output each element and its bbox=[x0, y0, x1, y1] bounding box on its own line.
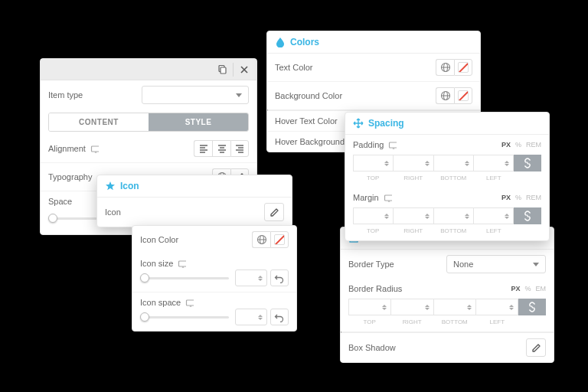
item-type-select[interactable] bbox=[142, 86, 249, 104]
desktop-icon bbox=[388, 141, 397, 149]
spacing-panel-title: Spacing bbox=[368, 118, 404, 129]
spacing-panel: Spacing Padding PX%REM TOPRIGHTBOTTOMLEF… bbox=[345, 112, 550, 241]
alignment-buttons bbox=[194, 140, 249, 157]
no-color-icon bbox=[458, 62, 469, 73]
radius-top-input[interactable] bbox=[348, 299, 391, 315]
icon-space-slider[interactable] bbox=[140, 310, 229, 324]
panel-titlebar bbox=[41, 59, 256, 80]
margin-link-button[interactable] bbox=[514, 207, 541, 224]
padding-left-input[interactable] bbox=[474, 155, 514, 172]
icon-color-globe-button[interactable] bbox=[252, 231, 270, 248]
background-color-globe-button[interactable] bbox=[436, 87, 454, 104]
icon-size-input[interactable] bbox=[235, 270, 267, 286]
desktop-icon bbox=[384, 194, 392, 202]
align-right-button[interactable] bbox=[230, 140, 249, 157]
desktop-icon bbox=[178, 260, 186, 268]
tab-content[interactable]: CONTENT bbox=[49, 113, 149, 131]
margin-right-input[interactable] bbox=[394, 207, 433, 224]
hover-text-color-label: Hover Text Color bbox=[275, 116, 338, 126]
margin-left-input[interactable] bbox=[474, 207, 514, 224]
padding-units[interactable]: PX%REM bbox=[501, 141, 541, 149]
icon-space-input[interactable] bbox=[235, 309, 267, 325]
align-center-button[interactable] bbox=[212, 140, 230, 157]
margin-label: Margin bbox=[353, 193, 379, 202]
colors-panel-title: Colors bbox=[290, 37, 319, 47]
border-radius-label: Border Radius bbox=[348, 284, 402, 293]
desktop-icon bbox=[90, 145, 99, 153]
text-color-swatch[interactable] bbox=[454, 59, 472, 76]
icon-details-panel: Icon Color Icon size Icon space bbox=[132, 225, 297, 332]
icon-space-label: Icon space bbox=[140, 298, 181, 307]
radius-link-button[interactable] bbox=[518, 299, 546, 315]
padding-bottom-input[interactable] bbox=[434, 155, 474, 172]
tab-style[interactable]: STYLE bbox=[149, 113, 248, 131]
close-button[interactable] bbox=[235, 61, 253, 78]
space-label: Space bbox=[48, 197, 72, 206]
icon-panel: Icon Icon bbox=[96, 175, 292, 227]
duplicate-button[interactable] bbox=[213, 61, 231, 78]
padding-top-input[interactable] bbox=[353, 155, 394, 172]
text-color-globe-button[interactable] bbox=[436, 59, 454, 76]
icon-label: Icon bbox=[105, 207, 121, 217]
padding-link-button[interactable] bbox=[514, 155, 541, 172]
icon-space-reset-button[interactable] bbox=[270, 309, 289, 325]
padding-right-input[interactable] bbox=[394, 155, 433, 172]
icon-size-label: Icon size bbox=[140, 259, 173, 268]
margin-bottom-input[interactable] bbox=[434, 207, 474, 224]
star-icon bbox=[105, 181, 116, 191]
box-shadow-edit-button[interactable] bbox=[526, 338, 546, 357]
padding-label: Padding bbox=[353, 140, 384, 149]
icon-panel-title: Icon bbox=[120, 181, 139, 191]
alignment-label: Alignment bbox=[48, 144, 86, 153]
no-color-icon bbox=[458, 90, 469, 101]
drop-icon bbox=[275, 37, 286, 47]
margin-inputs bbox=[345, 207, 549, 227]
background-color-label: Background Color bbox=[275, 91, 342, 100]
background-color-swatch[interactable] bbox=[454, 87, 472, 104]
text-color-label: Text Color bbox=[275, 63, 313, 72]
move-icon bbox=[353, 118, 364, 129]
box-shadow-label: Box Shadow bbox=[348, 343, 396, 352]
radius-right-input[interactable] bbox=[391, 299, 433, 315]
icon-size-slider[interactable] bbox=[140, 271, 229, 285]
border-type-label: Border Type bbox=[348, 260, 394, 269]
content-style-tabs: CONTENT STYLE bbox=[48, 113, 249, 132]
border-type-select[interactable]: None bbox=[446, 255, 546, 273]
radius-left-input[interactable] bbox=[476, 299, 518, 315]
typography-label: Typography bbox=[48, 172, 92, 181]
icon-color-swatch[interactable] bbox=[270, 231, 289, 248]
item-type-label: Item type bbox=[48, 90, 83, 100]
icon-color-label: Icon Color bbox=[140, 235, 178, 244]
icon-size-reset-button[interactable] bbox=[270, 270, 289, 286]
align-left-button[interactable] bbox=[194, 140, 212, 157]
icon-picker-button[interactable] bbox=[264, 203, 284, 221]
margin-units[interactable]: PX%REM bbox=[501, 194, 541, 201]
border-shadow-panel: Border and shadow Border Type None Borde… bbox=[340, 227, 554, 363]
radius-bottom-input[interactable] bbox=[434, 299, 476, 315]
no-color-icon bbox=[274, 234, 285, 245]
padding-inputs bbox=[345, 155, 549, 175]
border-radius-units[interactable]: PX%EM bbox=[511, 285, 546, 292]
border-radius-inputs bbox=[341, 299, 554, 318]
desktop-icon bbox=[185, 299, 194, 307]
margin-top-input[interactable] bbox=[353, 207, 394, 224]
